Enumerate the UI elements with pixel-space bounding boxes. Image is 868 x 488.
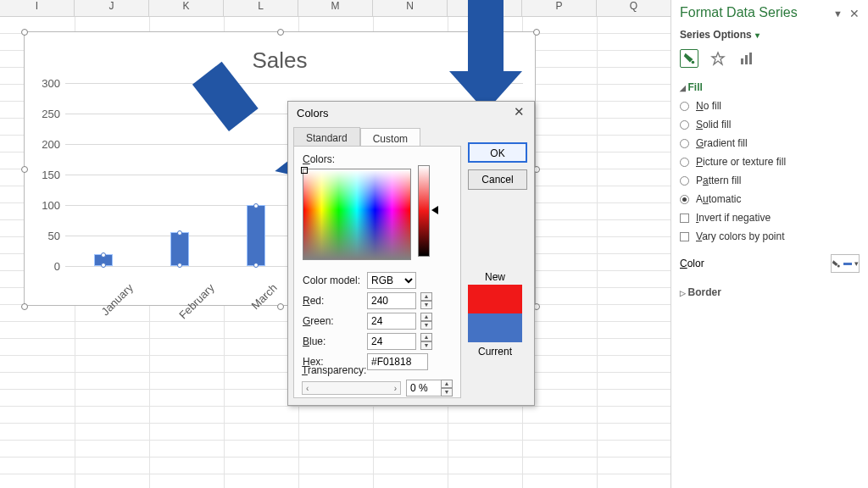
green-input[interactable]: [367, 313, 416, 330]
colors-label: Colors:: [303, 153, 452, 165]
pane-close-button[interactable]: ✕: [849, 7, 860, 20]
dialog-body: Colors: Color model: RGB Red: ▲▼ Green: …: [293, 146, 461, 398]
column-header[interactable]: I: [0, 0, 75, 17]
series-options-dropdown[interactable]: Series Options▾: [680, 29, 860, 41]
fill-gradient-radio[interactable]: Gradient fill: [680, 137, 860, 149]
cancel-button[interactable]: Cancel: [468, 169, 527, 190]
column-header[interactable]: L: [224, 0, 298, 17]
series-options-icon[interactable]: [737, 49, 756, 68]
blue-input[interactable]: [367, 333, 416, 350]
close-button[interactable]: ✕: [504, 102, 534, 124]
y-tick-label: 200: [42, 138, 60, 151]
color-model-select[interactable]: RGB: [367, 272, 416, 289]
selection-handle[interactable]: [277, 303, 284, 310]
svg-rect-3: [745, 55, 748, 64]
transparency-input[interactable]: [406, 380, 442, 396]
fill-solid-radio[interactable]: Solid fill: [680, 119, 860, 130]
format-data-series-pane[interactable]: Format Data Series ▼ ✕ Series Options▾ F…: [670, 0, 868, 488]
selection-handle[interactable]: [277, 29, 284, 36]
fill-automatic-radio[interactable]: Automatic: [680, 193, 860, 205]
chart-bar[interactable]: [170, 232, 189, 266]
vary-colors-check[interactable]: Vary colors by point: [680, 230, 860, 242]
fill-none-radio[interactable]: No fill: [680, 100, 860, 112]
luminance-slider[interactable]: [418, 165, 430, 257]
svg-marker-1: [712, 53, 724, 64]
chart-bar[interactable]: [94, 254, 113, 266]
y-tick-label: 150: [42, 169, 60, 181]
column-header[interactable]: M: [298, 0, 373, 17]
y-tick-label: 100: [42, 199, 60, 212]
luminance-pointer[interactable]: [431, 206, 438, 214]
svg-rect-4: [749, 53, 752, 64]
green-label: Green:: [303, 315, 362, 327]
column-header[interactable]: P: [522, 0, 597, 17]
new-color-label: New: [471, 271, 519, 283]
dialog-title: Colors: [297, 107, 329, 119]
y-tick-label: 250: [42, 108, 60, 120]
spectrum-crosshair[interactable]: [301, 167, 308, 174]
invert-if-negative-check[interactable]: Invert if negative: [680, 212, 860, 224]
border-section-header[interactable]: Border: [680, 286, 860, 298]
fill-section-header[interactable]: Fill: [680, 81, 860, 93]
fill-pattern-radio[interactable]: Pattern fill: [680, 175, 860, 186]
blue-spinner[interactable]: ▲▼: [420, 333, 432, 350]
paint-bucket-icon: [832, 258, 841, 269]
column-header[interactable]: K: [149, 0, 224, 17]
transparency-slider[interactable]: ‹›: [302, 381, 401, 395]
ok-button[interactable]: OK: [468, 142, 527, 163]
selection-handle[interactable]: [21, 303, 28, 310]
column-header[interactable]: N: [373, 0, 448, 17]
svg-point-5: [837, 265, 840, 268]
selection-handle[interactable]: [21, 166, 28, 173]
selection-handle[interactable]: [533, 29, 540, 36]
red-input[interactable]: [367, 292, 416, 309]
transparency-group: Transparency: ‹› ▲▼: [302, 362, 453, 396]
column-header[interactable]: J: [75, 0, 149, 17]
new-color-swatch: [468, 285, 522, 313]
y-tick-label: 0: [54, 260, 60, 273]
svg-point-0: [692, 61, 695, 64]
y-tick-label: 50: [48, 230, 60, 242]
transparency-spinner[interactable]: ▲▼: [441, 380, 453, 396]
svg-rect-2: [741, 58, 743, 64]
red-spinner[interactable]: ▲▼: [420, 292, 432, 309]
selection-handle[interactable]: [21, 29, 28, 36]
current-color-swatch: [468, 313, 522, 342]
fill-picture-radio[interactable]: Picture or texture fill: [680, 156, 860, 168]
annotation-arrow-1: [199, 68, 301, 169]
colors-dialog[interactable]: Colors ✕ Standard Custom Colors: Color m…: [287, 101, 535, 406]
color-spectrum-picker[interactable]: [303, 169, 411, 260]
chart-bar[interactable]: [247, 205, 265, 266]
red-label: Red:: [303, 295, 362, 307]
y-tick-label: 300: [42, 77, 60, 90]
pane-options-chevron-icon[interactable]: ▼: [833, 8, 843, 19]
blue-label: Blue:: [303, 336, 362, 347]
annotation-arrow-2: [449, 0, 517, 110]
fill-color-button[interactable]: ▾: [831, 254, 860, 273]
color-model-label: Color model:: [303, 274, 362, 286]
color-label: Color: [680, 258, 704, 269]
current-color-label: Current: [471, 346, 519, 358]
green-spinner[interactable]: ▲▼: [420, 313, 432, 330]
fill-and-line-icon[interactable]: [680, 49, 698, 68]
column-header[interactable]: Q: [597, 0, 671, 17]
effects-icon[interactable]: [709, 49, 727, 68]
